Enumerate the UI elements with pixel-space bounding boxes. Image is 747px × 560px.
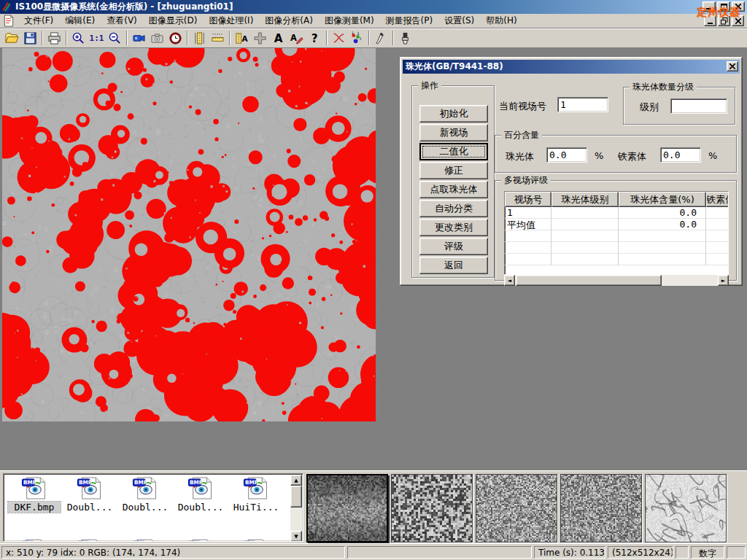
- bmp-file-icon: BMP: [21, 532, 47, 542]
- dialog-button-return[interactable]: 返回: [419, 257, 488, 274]
- text-tool-button[interactable]: A: [269, 30, 287, 47]
- col-header-pearlite-grade[interactable]: 珠光体级别: [551, 192, 619, 207]
- scrollbar-thumb[interactable]: [290, 486, 302, 508]
- dialog-button-correct[interactable]: 修正: [419, 162, 488, 179]
- current-field-input[interactable]: [557, 97, 608, 112]
- table-row[interactable]: [505, 242, 729, 254]
- help-button[interactable]: ?: [306, 30, 324, 47]
- menu-item-image-analysis[interactable]: 图像分析(A): [259, 13, 319, 28]
- pearlite-percent-input[interactable]: [546, 147, 587, 163]
- dialog-close-button[interactable]: [727, 61, 738, 71]
- rating-table: 视场号 珠光体级别 珠光体含量(%) 铁素体含量(%) 1 0.0 平均值: [504, 191, 729, 275]
- scroll-left-icon[interactable]: ◄: [504, 275, 515, 286]
- menu-item-settings[interactable]: 设置(S): [438, 13, 480, 28]
- dialog-button-new-field[interactable]: 新视场: [419, 124, 488, 141]
- grade-group: 珠光体数量分级 级别: [623, 87, 735, 125]
- dialog-button-auto-classify[interactable]: 自动分类: [419, 200, 488, 217]
- bmp-file-icon: BMP: [243, 477, 269, 499]
- vendor-watermark: 定州仪器: [697, 6, 740, 19]
- open-file-button[interactable]: [3, 30, 21, 47]
- dialog-title-bar[interactable]: 珠光体(GB/T9441-88): [403, 60, 740, 74]
- col-header-pearlite-content[interactable]: 珠光体含量(%): [619, 192, 706, 207]
- table-row[interactable]: [505, 230, 729, 242]
- file-list-scrollbar[interactable]: ▲ ▼: [290, 475, 302, 542]
- measure-text-button[interactable]: A: [233, 30, 251, 47]
- open-file-icon: [5, 31, 19, 45]
- pen-tool-button[interactable]: [372, 30, 390, 47]
- brush-tool-button[interactable]: [396, 30, 414, 47]
- ruler-button[interactable]: [209, 30, 227, 47]
- dialog-button-pick-pearlite[interactable]: 点取珠光体: [419, 181, 488, 198]
- table-row[interactable]: [505, 254, 729, 265]
- scrollbar-thumb[interactable]: [516, 275, 662, 286]
- menu-item-image-processing[interactable]: 图像处理(I): [203, 13, 259, 28]
- cell: [706, 230, 729, 242]
- dialog-button-initialize[interactable]: 初始化: [419, 105, 488, 122]
- annotate-tool-button[interactable]: A: [287, 30, 306, 47]
- print-button[interactable]: [45, 30, 63, 47]
- menu-item-image-display[interactable]: 图像显示(D): [143, 13, 204, 28]
- file-list: BMP DKF.bmp BMP Doubl... BMP Doubl... BM…: [3, 473, 303, 542]
- percent-group-label: 百分含量: [501, 130, 542, 140]
- zoom-actual-button[interactable]: 1:1: [88, 30, 106, 47]
- table-horizontal-scrollbar[interactable]: ◄ ►: [504, 275, 729, 286]
- thumbnail-3[interactable]: [476, 474, 557, 542]
- col-header-ferrite-content[interactable]: 铁素体含量(%): [706, 192, 729, 207]
- video-capture-button[interactable]: [130, 30, 148, 47]
- menu-item-edit[interactable]: 编辑(E): [59, 13, 101, 28]
- thumbnail-4[interactable]: [560, 474, 642, 542]
- curve-tool-button[interactable]: [330, 30, 348, 47]
- file-item-partial[interactable]: BMP: [174, 532, 227, 542]
- menu-item-help[interactable]: 帮助(H): [480, 13, 522, 28]
- file-item[interactable]: BMP Doubl...: [174, 477, 227, 513]
- grade-input[interactable]: [670, 98, 727, 114]
- dialog-button-grade[interactable]: 评级: [419, 238, 488, 255]
- svg-text:BMP: BMP: [134, 479, 147, 486]
- table-row[interactable]: 平均值 0.0: [505, 219, 729, 230]
- thumbnail-2[interactable]: [391, 474, 473, 542]
- ferrite-percent-input[interactable]: [660, 147, 701, 163]
- menu-bar: 文件(F) 编辑(E) 查看(V) 图像显示(D) 图像处理(I) 图像分析(A…: [0, 14, 747, 28]
- move-tool-button[interactable]: [251, 30, 269, 47]
- bmp-file-icon: BMP: [21, 477, 47, 499]
- col-header-field-no[interactable]: 视场号: [505, 192, 551, 207]
- scroll-down-icon[interactable]: ▼: [290, 531, 302, 542]
- thumbnail-5[interactable]: [645, 474, 727, 542]
- file-browser-panel: BMP DKF.bmp BMP Doubl... BMP Doubl... BM…: [0, 470, 747, 543]
- file-item[interactable]: BMP DKF.bmp: [8, 477, 61, 513]
- camera-capture-button[interactable]: [148, 30, 166, 47]
- curve-tool-icon: [332, 31, 346, 45]
- pearlite-label: 珠光体: [506, 150, 534, 163]
- zoom-actual-label: 1:1: [90, 34, 104, 43]
- metallographic-image[interactable]: [2, 48, 376, 421]
- cell: [551, 254, 619, 265]
- dialog-button-change-class[interactable]: 更改类别: [419, 219, 488, 236]
- zoom-in-button[interactable]: [69, 30, 88, 47]
- zoom-out-button[interactable]: [106, 30, 124, 47]
- save-button[interactable]: [21, 30, 39, 47]
- status-bar: x: 510 y: 79 idx: 0 RGB: (174, 174, 174)…: [0, 543, 747, 560]
- toolbar-separator: [368, 31, 370, 45]
- file-item-partial[interactable]: BMP: [63, 532, 116, 542]
- file-item-partial[interactable]: BMP: [119, 532, 171, 542]
- file-item[interactable]: BMP Doubl...: [63, 477, 116, 513]
- file-item-partial[interactable]: BMP: [8, 532, 61, 542]
- operation-group: 操作 初始化 新视场 二值化 修正 点取珠光体 自动分类 更改类别 评级 返回: [411, 85, 495, 278]
- dialog-button-binarize[interactable]: 二值化: [419, 143, 488, 160]
- menu-item-measure-report[interactable]: 测量报告(P): [380, 13, 439, 28]
- scroll-up-icon[interactable]: ▲: [290, 475, 302, 486]
- thumbnail-1[interactable]: [306, 474, 388, 542]
- file-item[interactable]: BMP HuiTi...: [230, 477, 282, 513]
- scroll-right-icon[interactable]: ►: [718, 275, 729, 286]
- table-row[interactable]: 1 0.0: [505, 207, 729, 219]
- menu-item-view[interactable]: 查看(V): [101, 13, 143, 28]
- timer-button[interactable]: [166, 30, 185, 47]
- count-tool-button[interactable]: 123: [348, 30, 366, 47]
- file-item[interactable]: BMP Doubl...: [119, 477, 171, 513]
- caliper-button[interactable]: [190, 30, 209, 47]
- file-item-partial[interactable]: BMP: [230, 532, 282, 542]
- menu-item-file[interactable]: 文件(F): [18, 13, 59, 28]
- bmp-file-icon: BMP: [187, 532, 214, 542]
- cell: [619, 254, 706, 265]
- menu-item-image-measure[interactable]: 图像测量(M): [319, 13, 380, 28]
